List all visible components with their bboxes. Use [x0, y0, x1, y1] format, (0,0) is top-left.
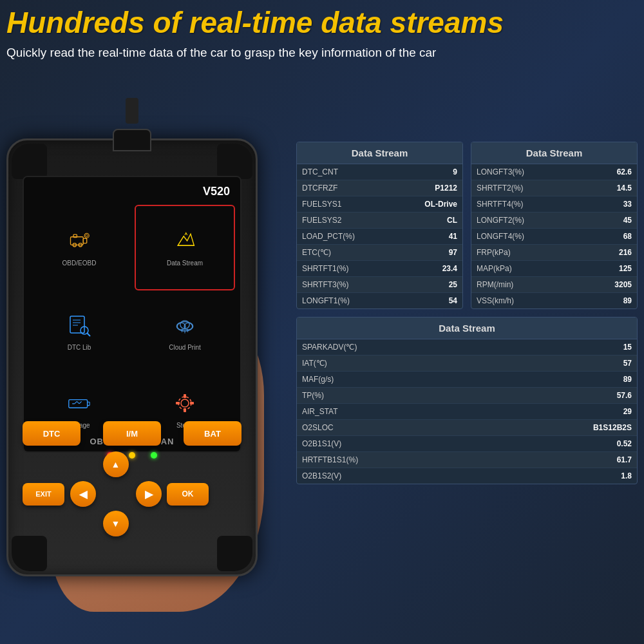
data-table-3: Data Stream SPARKADV(℃)15IAT(℃)57MAF(g/s… — [296, 317, 638, 484]
table-row: FUELSYS2CL — [297, 213, 462, 229]
table-row: FUELSYS1OL-Drive — [297, 196, 462, 213]
param-value: 0.52 — [493, 436, 637, 452]
param-value: 23.4 — [395, 261, 462, 277]
param-name: SHRTFT4(%) — [471, 196, 583, 213]
param-value: 25 — [395, 277, 462, 293]
corner-guard-br — [217, 536, 252, 571]
svg-point-5 — [84, 233, 89, 238]
menu-item-cloudprint[interactable]: Cloud Print — [135, 296, 235, 368]
param-name: MAF(g/s) — [297, 372, 493, 388]
table-row: MAF(g/s)89 — [297, 372, 637, 388]
table-row: HRTFTB1S1(%)61.7 — [297, 452, 637, 468]
corner-guard-tl — [12, 144, 47, 179]
btn-down[interactable]: ▼ — [103, 511, 129, 536]
svg-point-28 — [181, 399, 189, 407]
tables-area: Data Stream DTC_CNT9DTCFRZFP1212FUELSYS1… — [296, 142, 638, 484]
screen-menu-grid: OBD/EOBD Data — [29, 205, 235, 446]
table-row: SHRTFT4(%)33 — [471, 196, 637, 213]
param-value: 62.6 — [583, 164, 637, 180]
table1-header: Data Stream — [297, 142, 462, 164]
param-value: 54 — [395, 293, 462, 309]
param-value: P1212 — [395, 180, 462, 196]
param-name: DTCFRZF — [297, 180, 395, 196]
param-name: ETC(℃) — [297, 245, 395, 261]
corner-guard-tr — [217, 144, 252, 179]
btn-up[interactable]: ▲ — [103, 451, 129, 477]
svg-point-29 — [178, 397, 191, 410]
table-row: O2B1S1(V)0.52 — [297, 436, 637, 452]
table-row: DTCFRZFP1212 — [297, 180, 462, 196]
param-name: O2B1S2(V) — [297, 468, 493, 484]
btn-right[interactable]: ▶ — [136, 481, 162, 507]
table-row: LOAD_PCT(%)41 — [297, 229, 462, 245]
param-value: 41 — [395, 229, 462, 245]
svg-rect-33 — [190, 402, 194, 404]
table-row: LONGFT2(%)45 — [471, 213, 637, 229]
screen-content: V520 — [24, 177, 240, 451]
svg-rect-2 — [73, 234, 77, 238]
param-name: AIR_STAT — [297, 404, 493, 420]
btn-bat[interactable]: BAT — [184, 421, 242, 446]
param-value: 89 — [583, 293, 637, 309]
tables-row1: Data Stream DTC_CNT9DTCFRZFP1212FUELSYS1… — [296, 142, 638, 309]
data-table-2: Data Stream LONGFT3(%)62.6SHRTFT2(%)14.5… — [471, 142, 638, 309]
param-value: 33 — [583, 196, 637, 213]
table3-header: Data Stream — [297, 317, 637, 339]
device-body: V520 — [6, 138, 258, 576]
menu-label-dtclib: DTC Lib — [68, 344, 91, 351]
table-row: RPM(/min)3205 — [471, 277, 637, 293]
svg-rect-9 — [70, 316, 84, 333]
menu-item-datastream[interactable]: Data Stream — [135, 205, 235, 290]
param-name: O2SLOC — [297, 420, 493, 436]
param-name: FUELSYS2 — [297, 213, 395, 229]
param-name: SPARKADV(℃) — [297, 339, 493, 355]
param-name: HRTFTB1S1(%) — [297, 452, 493, 468]
param-value: 15 — [493, 339, 637, 355]
param-name: RPM(/min) — [471, 277, 583, 293]
table2-body: LONGFT3(%)62.6SHRTFT2(%)14.5SHRTFT4(%)33… — [471, 164, 637, 308]
svg-rect-32 — [176, 402, 180, 404]
param-value: 29 — [493, 404, 637, 420]
param-value: OL-Drive — [395, 196, 462, 213]
nav-cluster: EXIT ◀ ▲ ▼ ▶ OK — [23, 452, 242, 536]
table-row: O2SLOCB1S12B2S — [297, 420, 637, 436]
btn-ok[interactable]: OK — [167, 483, 209, 506]
device-screen: V520 — [23, 176, 242, 453]
param-name: LOAD_PCT(%) — [297, 229, 395, 245]
table-row: DTC_CNT9 — [297, 164, 462, 180]
svg-rect-1 — [83, 238, 86, 243]
param-value: 61.7 — [493, 452, 637, 468]
param-value: 216 — [583, 245, 637, 261]
table2-header: Data Stream — [471, 142, 637, 164]
menu-item-dtclib[interactable]: DTC Lib — [29, 296, 129, 368]
menu-item-obd[interactable]: OBD/EOBD — [29, 205, 129, 290]
btn-row-top: DTC I/M BAT — [23, 421, 242, 446]
svg-line-25 — [77, 401, 79, 404]
btn-exit[interactable]: EXIT — [23, 483, 64, 506]
param-value: 45 — [583, 213, 637, 229]
table-row: LONGFT4(%)68 — [471, 229, 637, 245]
headline: Hundreds of real-time data streams — [6, 6, 638, 39]
param-name: IAT(℃) — [297, 355, 493, 372]
svg-rect-30 — [184, 394, 186, 398]
param-value: 97 — [395, 245, 462, 261]
btn-left[interactable]: ◀ — [70, 481, 96, 507]
btn-dtc[interactable]: DTC — [23, 421, 80, 446]
table-row: SHRTFT1(%)23.4 — [297, 261, 462, 277]
btn-im[interactable]: I/M — [103, 421, 161, 446]
param-value: 1.8 — [493, 468, 637, 484]
device-port — [113, 129, 151, 151]
param-name: O2B1S1(V) — [297, 436, 493, 452]
svg-rect-31 — [184, 408, 186, 412]
bottom-buttons: DTC I/M BAT EXIT ◀ ▲ ▼ ▶ OK — [23, 421, 242, 536]
table-row: SHRTFT3(%)25 — [297, 277, 462, 293]
param-name: MAP(kPa) — [471, 261, 583, 277]
search-icon — [68, 314, 91, 341]
param-name: LONGFT1(%) — [297, 293, 395, 309]
svg-marker-7 — [178, 234, 194, 245]
table-row: MAP(kPa)125 — [471, 261, 637, 277]
param-name: SHRTFT2(%) — [471, 180, 583, 196]
table-row: FRP(kPa)216 — [471, 245, 637, 261]
param-name: FRP(kPa) — [471, 245, 583, 261]
param-value: 68 — [583, 229, 637, 245]
